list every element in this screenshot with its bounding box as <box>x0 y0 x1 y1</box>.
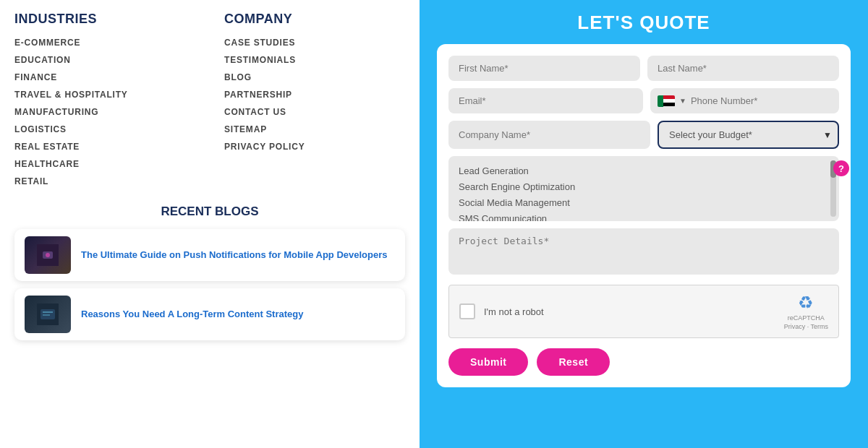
nav-travel[interactable]: TRAVEL & HOSPITALITY <box>14 86 195 103</box>
recaptcha-label-text: I'm not a robot <box>484 306 544 317</box>
col-industries: INDUSTRIES E-COMMERCE EDUCATION FINANCE … <box>14 12 195 190</box>
email-input[interactable] <box>448 88 643 113</box>
submit-button[interactable]: Submit <box>448 348 528 376</box>
nav-education[interactable]: EDUCATION <box>14 51 195 69</box>
services-list[interactable]: Lead Generation Search Engine Optimizati… <box>448 156 839 221</box>
recaptcha-logo: ♻ reCAPTCHA Privacy · Terms <box>784 293 828 330</box>
nav-logistics[interactable]: LOGISTICS <box>14 121 195 138</box>
service-item-2[interactable]: Social Media Management <box>459 195 829 211</box>
budget-wrapper: Select your Budget* Less than $1,000 $1,… <box>658 121 839 149</box>
nav-healthcare[interactable]: HEALTHCARE <box>14 155 195 173</box>
form-buttons: Submit Reset <box>448 348 839 376</box>
phone-input[interactable] <box>691 95 832 106</box>
recaptcha-checkbox[interactable] <box>459 303 475 319</box>
svg-rect-5 <box>43 311 53 313</box>
recaptcha-spinner-icon: ♻ <box>798 293 814 313</box>
help-icon[interactable]: ? <box>833 160 849 176</box>
nav-real-estate[interactable]: REAL ESTATE <box>14 138 195 155</box>
quote-form: ▼ Select your Budget* Less than $1,000 $… <box>437 44 851 387</box>
blog-title-1: The Ultimate Guide on Push Notifications… <box>81 249 388 262</box>
blog-thumbnail-2 <box>25 296 71 333</box>
blog-title-2: Reasons You Need A Long-Term Content Str… <box>81 308 303 321</box>
uae-flag-icon <box>658 95 675 107</box>
blog-image-1 <box>25 236 71 274</box>
budget-select[interactable]: Select your Budget* Less than $1,000 $1,… <box>658 121 839 149</box>
company-input[interactable] <box>448 121 650 149</box>
recent-blogs-title: RECENT BLOGS <box>14 204 405 219</box>
nav-sitemap[interactable]: SITEMAP <box>224 121 405 138</box>
nav-columns: INDUSTRIES E-COMMERCE EDUCATION FINANCE … <box>14 12 405 190</box>
service-item-3[interactable]: SMS Communication <box>459 211 829 221</box>
reset-button[interactable]: Reset <box>537 348 610 376</box>
blog-card-1[interactable]: The Ultimate Guide on Push Notifications… <box>14 229 405 281</box>
quote-title: LET'S QUOTE <box>437 12 851 34</box>
nav-retail[interactable]: RETAIL <box>14 173 195 190</box>
right-panel: LET'S QUOTE ▼ <box>420 0 868 448</box>
services-row: Lead Generation Search Engine Optimizati… <box>448 156 839 221</box>
phone-wrapper: ▼ <box>650 88 839 113</box>
services-list-inner: Lead Generation Search Engine Optimizati… <box>459 163 829 221</box>
svg-rect-6 <box>43 314 50 316</box>
nav-case-studies[interactable]: CASE STUDIES <box>224 34 405 51</box>
recaptcha-left: I'm not a robot <box>459 303 544 319</box>
service-item-1[interactable]: Search Engine Optimization <box>459 179 829 195</box>
blog-thumbnail-1 <box>25 236 71 274</box>
nav-testimonials[interactable]: TESTIMONIALS <box>224 51 405 69</box>
col-company: COMPANY CASE STUDIES TESTIMONIALS BLOG P… <box>224 12 405 190</box>
nav-blog[interactable]: BLOG <box>224 69 405 86</box>
nav-manufacturing[interactable]: MANUFACTURING <box>14 103 195 121</box>
form-row-company-budget: Select your Budget* Less than $1,000 $1,… <box>448 121 839 149</box>
left-panel: INDUSTRIES E-COMMERCE EDUCATION FINANCE … <box>0 0 420 448</box>
recent-blogs-section: RECENT BLOGS The Ultimate Guide on Push … <box>14 204 405 436</box>
nav-finance[interactable]: FINANCE <box>14 69 195 86</box>
nav-ecommerce[interactable]: E-COMMERCE <box>14 34 195 51</box>
nav-contact-us[interactable]: CONTACT US <box>224 103 405 121</box>
svg-point-2 <box>46 253 50 257</box>
recaptcha-privacy-terms[interactable]: Privacy · Terms <box>784 323 828 330</box>
phone-country-arrow[interactable]: ▼ <box>679 97 686 105</box>
project-details-textarea[interactable] <box>448 228 839 275</box>
blog-image-2 <box>25 296 71 333</box>
form-row-name <box>448 56 839 81</box>
company-title: COMPANY <box>224 12 405 27</box>
recaptcha-brand: reCAPTCHA <box>788 314 825 322</box>
recaptcha-box[interactable]: I'm not a robot ♻ reCAPTCHA Privacy · Te… <box>448 285 839 338</box>
form-row-contact: ▼ <box>448 88 839 113</box>
service-item-0[interactable]: Lead Generation <box>459 163 829 179</box>
blog-card-2[interactable]: Reasons You Need A Long-Term Content Str… <box>14 288 405 340</box>
industries-title: INDUSTRIES <box>14 12 195 27</box>
nav-partnership[interactable]: PARTNERSHIP <box>224 86 405 103</box>
nav-privacy-policy[interactable]: PRIVACY POLICY <box>224 138 405 155</box>
first-name-input[interactable] <box>448 56 640 81</box>
last-name-input[interactable] <box>647 56 839 81</box>
